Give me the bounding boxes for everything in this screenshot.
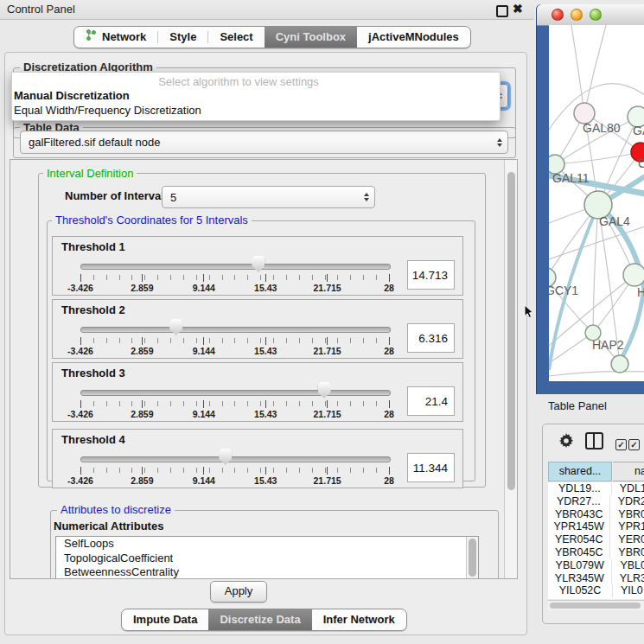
table-row[interactable]: YIL052CYIL0 xyxy=(548,584,644,597)
threshold-3-slider-thumb[interactable] xyxy=(318,382,331,399)
slider-tick-labels: -3.4262.8599.14415.4321.71528 xyxy=(80,409,389,419)
cyni-toolbox-panel: Discretization Algorithm Table Data galF… xyxy=(4,52,527,635)
option-manual-discretization[interactable]: Manual Discretization xyxy=(14,89,130,102)
tab-infer-network[interactable]: Infer Network xyxy=(312,609,406,630)
slider-tick-labels: -3.4262.8599.14415.4321.71528 xyxy=(80,283,389,293)
threshold-1-slider-track[interactable] xyxy=(80,264,391,270)
threshold-4-value-field[interactable]: 11.344 xyxy=(407,453,455,482)
attribute-item[interactable]: BetweennessCentrality xyxy=(56,565,478,579)
table-row[interactable]: YPR145WYPR1 xyxy=(548,520,644,533)
table-data-combobox[interactable]: galFiltered.sif default node xyxy=(20,131,508,154)
table-horizontal-scrollbar[interactable] xyxy=(548,600,644,610)
number-of-intervals-combobox[interactable]: 5 xyxy=(162,186,375,208)
checkbox-icon[interactable]: ✓ xyxy=(628,439,640,450)
major-tick xyxy=(203,274,204,282)
threshold-2-slider-track[interactable] xyxy=(80,327,391,333)
node-label: GA xyxy=(633,124,644,137)
tick-label: 21.715 xyxy=(314,475,341,486)
tab-discretize-data[interactable]: Discretize Data xyxy=(208,609,311,630)
network-canvas[interactable]: GAL80GAGAL11CGAL4GCY1HHAP2 xyxy=(549,25,644,381)
column-layout-icon[interactable] xyxy=(585,432,603,450)
mouse-cursor xyxy=(524,304,534,320)
table-row[interactable]: YDR27...YDR2 xyxy=(548,495,644,508)
float-window-icon[interactable] xyxy=(496,5,508,17)
table-scrollbar-thumb[interactable] xyxy=(550,603,641,609)
table-row[interactable]: YLR345WYLR3 xyxy=(548,572,644,585)
close-traffic-light-icon[interactable] xyxy=(552,9,564,21)
option-equal-width-frequency[interactable]: Equal Width/Frequency Discretization xyxy=(14,104,201,117)
slider-tick-labels: -3.4262.8599.14415.4321.71528 xyxy=(80,346,389,356)
node-label: GCY1 xyxy=(549,284,578,297)
minimize-traffic-light-icon[interactable] xyxy=(571,9,583,21)
network-window-titlebar[interactable] xyxy=(537,4,644,26)
threshold-3-slider-track[interactable] xyxy=(80,390,391,396)
major-tick xyxy=(203,467,204,475)
attribute-item[interactable]: TopologicalCoefficient xyxy=(56,552,478,566)
major-tick xyxy=(265,274,266,282)
apply-button[interactable]: Apply xyxy=(210,581,267,603)
column-header-name[interactable]: na xyxy=(613,462,644,481)
top-tab-bar: Network Style Select Cyni Toolbox jActiv… xyxy=(73,26,471,48)
table-row[interactable]: YBR043CYBR0 xyxy=(548,508,644,521)
attributes-list-scrollbar[interactable] xyxy=(466,537,478,579)
threshold-4-slider-track[interactable] xyxy=(80,456,391,462)
tab-cyni-toolbox[interactable]: Cyni Toolbox xyxy=(265,27,357,48)
network-edge[interactable] xyxy=(555,152,641,164)
checkbox-icon[interactable]: ✓ xyxy=(615,439,627,450)
table-rows: YDL19...YDL1YDR27...YDR2YBR043CYBR0YPR14… xyxy=(548,482,644,599)
network-node[interactable] xyxy=(623,264,644,286)
close-icon[interactable]: ✖ xyxy=(513,2,523,16)
tab-select[interactable]: Select xyxy=(208,27,264,48)
network-edge[interactable] xyxy=(549,372,644,376)
network-edge[interactable] xyxy=(584,25,606,113)
threshold-3-value-field[interactable]: 21.4 xyxy=(407,386,455,416)
tab-network-label: Network xyxy=(102,27,146,48)
network-edge[interactable] xyxy=(593,205,598,333)
network-view-window: GAL80GAGAL11CGAL4GCY1HHAP2 xyxy=(536,4,644,394)
pane-scrollbar-thumb[interactable] xyxy=(507,172,515,490)
column-header-shared[interactable]: shared... xyxy=(548,462,612,481)
threshold-1-value-field[interactable]: 14.713 xyxy=(407,260,455,290)
slider-ticks xyxy=(80,400,389,408)
major-tick xyxy=(327,337,328,345)
tab-impute-data[interactable]: Impute Data xyxy=(122,609,208,630)
slider-ticks xyxy=(80,467,389,475)
major-tick xyxy=(80,337,81,345)
threshold-2-value-field[interactable]: 6.316 xyxy=(407,323,455,353)
attribute-item[interactable]: SelfLoops xyxy=(56,537,478,552)
attribute-items: SelfLoopsTopologicalCoefficientBetweenne… xyxy=(56,537,478,579)
network-graph[interactable]: GAL80GAGAL11CGAL4GCY1HHAP2 xyxy=(549,25,644,381)
table-row[interactable]: YBR045CYBR0 xyxy=(548,546,644,559)
settings-scroll-pane: Interval Definition Number of Intervals … xyxy=(10,159,518,579)
table-row[interactable]: YDL19...YDL1 xyxy=(548,482,644,495)
stepper-icon xyxy=(364,193,369,201)
major-tick xyxy=(265,337,266,345)
tick-label: 28 xyxy=(384,475,394,486)
threshold-1-slider-thumb[interactable] xyxy=(252,256,265,272)
major-tick xyxy=(327,400,328,408)
major-tick xyxy=(142,400,143,408)
tick-label: 28 xyxy=(384,346,394,356)
table-row[interactable]: YER054CYER0 xyxy=(548,533,644,546)
gear-icon[interactable] xyxy=(558,433,574,451)
attributes-scrollbar-thumb[interactable] xyxy=(469,539,476,577)
threshold-4-slider-thumb[interactable] xyxy=(219,449,232,465)
table-row[interactable]: YBL079WYBL0 xyxy=(548,559,644,572)
numerical-attributes-list[interactable]: SelfLoopsTopologicalCoefficientBetweenne… xyxy=(55,536,479,579)
network-edge[interactable] xyxy=(571,25,584,113)
tick-label: 21.715 xyxy=(314,409,341,419)
pane-scrollbar[interactable] xyxy=(504,160,518,578)
major-tick xyxy=(142,467,143,475)
tab-jactivemnodules[interactable]: jActiveMNodules xyxy=(357,27,470,48)
major-tick xyxy=(265,467,266,475)
tick-label: 28 xyxy=(384,409,394,419)
network-node[interactable] xyxy=(611,355,628,373)
major-tick xyxy=(142,337,143,345)
table-panel-title: Table Panel xyxy=(548,399,607,412)
threshold-2-slider-thumb[interactable] xyxy=(169,319,182,335)
tab-style[interactable]: Style xyxy=(158,27,207,48)
tab-network[interactable]: Network xyxy=(74,27,157,48)
zoom-traffic-light-icon[interactable] xyxy=(590,9,602,21)
major-tick xyxy=(203,337,204,345)
dropdown-hint: Select algorithm to view settings xyxy=(12,75,465,88)
